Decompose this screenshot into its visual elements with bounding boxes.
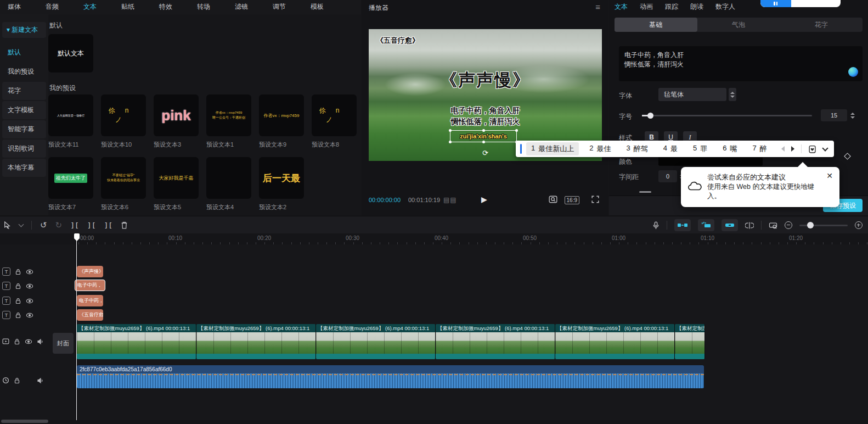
sidebar-item-local-subtitles[interactable]: 本地字幕 — [2, 159, 46, 177]
ime-candidate-5[interactable]: 5罪 — [688, 142, 712, 155]
slider-handle[interactable] — [647, 113, 653, 119]
sidebar-item-lyrics-recognition[interactable]: 识别歌词 — [2, 140, 46, 158]
video-clip[interactable]: 【素材定制加微muyu2659】 (6).mp4 00:00:13:1 — [436, 324, 555, 359]
sidebar-item-text-templates[interactable]: 文字模板 — [2, 101, 46, 119]
ime-next-page-icon[interactable] — [791, 146, 794, 152]
text-clip[interactable]: 《声声慢》 — [77, 266, 103, 277]
text-clip[interactable]: 《五音疗愈 — [77, 309, 103, 321]
playhead-handle[interactable] — [74, 233, 80, 239]
selection-handle[interactable] — [449, 129, 452, 132]
eye-icon[interactable] — [26, 298, 33, 304]
text-content-input[interactable]: 电子中药，角音入肝 惆怅低落，清肝泻火 — [619, 46, 863, 81]
fullscreen-icon[interactable] — [591, 196, 599, 203]
auto-snap-toggle[interactable] — [698, 219, 714, 231]
preset-card-7[interactable]: 祖先们太牛了 — [48, 157, 93, 199]
selected-text-box[interactable]: zui'jia'xin'shan's — [450, 130, 517, 142]
play-button[interactable]: ▶ — [481, 195, 487, 204]
video-clip[interactable]: 【素材定制加微muyu2659】 (6).mp4 00:00:13:1 — [316, 324, 436, 359]
ime-clipboard-icon[interactable] — [808, 145, 816, 153]
select-cursor-icon[interactable] — [3, 221, 11, 230]
link-preview-toggle[interactable] — [722, 219, 738, 231]
ime-candidate-6[interactable]: 6嘴 — [718, 142, 742, 155]
record-voiceover-icon[interactable] — [652, 221, 660, 230]
keyframe-icon[interactable] — [844, 153, 851, 160]
speaker-icon[interactable] — [37, 377, 43, 384]
delete-icon[interactable] — [121, 221, 128, 229]
preset-card-6[interactable]: 不要错过"福字" 快来看看你的现在事业 — [101, 157, 146, 199]
font-select[interactable]: 毡笔体 — [658, 88, 726, 101]
lock-icon[interactable] — [15, 298, 21, 304]
ime-mode-pill[interactable] — [760, 0, 841, 7]
timeline-zoom-slider[interactable] — [799, 225, 848, 226]
subtab-fancy[interactable]: 花字 — [780, 18, 863, 32]
video-clip[interactable]: 【素材定制加微muyu2659】 (6).mp4 00:00:13:1 — [77, 324, 196, 359]
tab-tracking[interactable]: 跟踪 — [665, 2, 678, 12]
preset-card-2[interactable]: 后一天最 — [259, 157, 304, 199]
tab-digital-human[interactable]: 数字人 — [715, 2, 735, 12]
preset-card-8[interactable]: 伱nノ — [312, 94, 357, 136]
aspect-ratio-button[interactable]: 16:9 — [565, 196, 579, 204]
selection-handle[interactable] — [482, 141, 485, 143]
ai-assistant-icon[interactable] — [848, 67, 858, 77]
undo-icon[interactable]: ↺ — [40, 220, 47, 230]
menu-media[interactable]: 媒体 — [3, 2, 25, 12]
horizontal-scrollbar[interactable] — [1, 420, 48, 423]
font-stepper[interactable] — [729, 88, 736, 101]
split-clip-icon[interactable] — [745, 222, 754, 229]
lock-icon[interactable] — [14, 377, 20, 384]
preview-axis-icon[interactable] — [769, 222, 777, 229]
eye-icon[interactable] — [25, 339, 32, 344]
preview-quality-icon[interactable] — [549, 196, 557, 203]
eye-icon[interactable] — [26, 269, 33, 275]
ime-candidate-2[interactable]: 2最佳 — [584, 142, 616, 155]
preset-card-11[interactable]: 人生如顺皆是一场修行 — [48, 94, 93, 136]
zoom-slider-handle[interactable] — [807, 222, 814, 228]
cover-button[interactable]: 封面 — [53, 333, 74, 354]
ime-candidate-1[interactable]: 1最佳新山上 — [526, 142, 579, 155]
preset-card-default[interactable]: 默认文本 — [48, 34, 93, 72]
tab-read-aloud[interactable]: 朗读 — [690, 2, 703, 12]
text-clip-selected[interactable]: 电子中药， — [75, 280, 105, 291]
menu-adjust[interactable]: 调节 — [268, 2, 290, 12]
ime-prev-page-icon[interactable] — [781, 146, 785, 152]
sidebar-item-auto-captions[interactable]: 智能字幕 — [2, 120, 46, 138]
menu-text[interactable]: 文本 — [79, 2, 101, 12]
subtab-basic[interactable]: 基础 — [615, 18, 697, 32]
sidebar-item-default[interactable]: 默认 — [2, 43, 46, 62]
ime-candidate-7[interactable]: 7醉 — [747, 142, 771, 155]
eye-icon[interactable] — [26, 313, 33, 318]
split-left-icon[interactable]: ][ — [70, 221, 79, 230]
preset-card-3[interactable]: pink — [154, 94, 199, 136]
mute-icon[interactable] — [37, 338, 43, 345]
font-size-value[interactable]: 15 — [821, 109, 847, 121]
ime-candidate-4[interactable]: 4最 — [658, 142, 683, 155]
player-menu-icon[interactable]: ≡ — [595, 2, 600, 12]
text-color-swatch[interactable] — [658, 156, 763, 166]
video-clip[interactable]: 【素材定制加微muyu2659】 (6).mp4 00:00:13:1 — [555, 324, 675, 359]
letter-spacing-value[interactable]: 0 — [658, 170, 677, 182]
menu-transitions[interactable]: 转场 — [193, 2, 215, 12]
text-clip[interactable]: 电子中药， — [77, 295, 103, 306]
redo-icon[interactable]: ↻ — [55, 220, 63, 230]
video-clip[interactable]: 【素材定制加微muyu2659】 (6).mp4 00:00:13:1 — [196, 324, 316, 359]
preset-card-5[interactable]: 大家好我是千嘉 — [154, 157, 199, 199]
selection-handle[interactable] — [515, 129, 518, 132]
tooltip-close-icon[interactable]: ✕ — [826, 171, 833, 180]
menu-templates[interactable]: 模板 — [306, 2, 328, 12]
selection-handle[interactable] — [482, 129, 485, 132]
lock-icon[interactable] — [15, 269, 21, 275]
playhead[interactable] — [76, 233, 77, 420]
sidebar-group-new-text[interactable]: ▾ 新建文本 — [2, 22, 46, 38]
tab-animation[interactable]: 动画 — [640, 2, 653, 12]
cursor-mode-chevron-icon[interactable] — [19, 222, 24, 227]
split-icon[interactable]: ][ — [87, 221, 96, 230]
eye-icon[interactable] — [26, 283, 33, 289]
preset-card-9[interactable]: 作者vx：mvp7459 — [259, 94, 304, 136]
clip-list-icon[interactable]: ▤▤ — [443, 196, 457, 204]
tab-text[interactable]: 文本 — [615, 2, 628, 12]
zoom-in-icon[interactable] — [855, 221, 863, 229]
preset-card-4[interactable] — [206, 157, 251, 199]
ime-candidate-3[interactable]: 3醉驾 — [621, 142, 652, 155]
font-size-slider[interactable] — [642, 115, 812, 116]
font-size-stepper[interactable] — [849, 109, 856, 122]
